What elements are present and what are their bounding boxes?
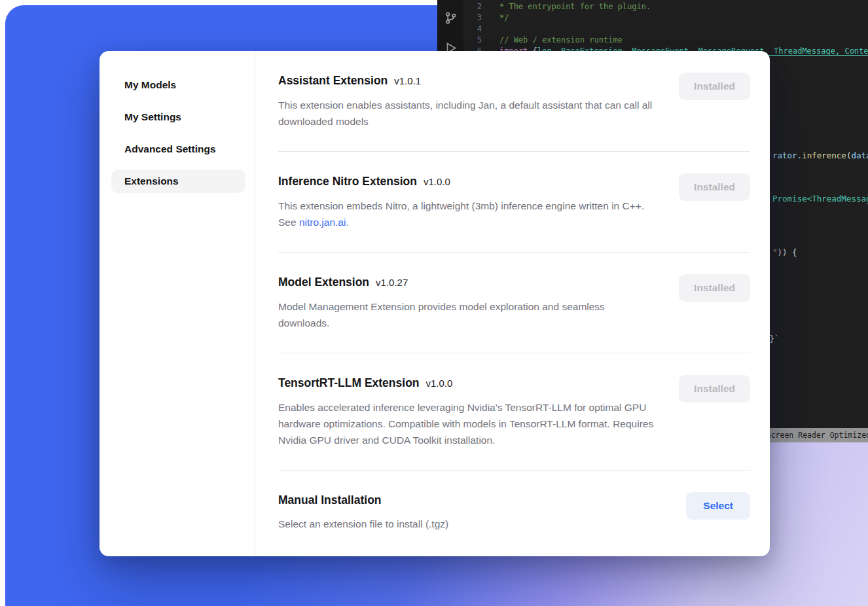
code-line: 5 // Web / extension runtime [463, 35, 868, 46]
code-lines: 2 * The entrypoint for the plugin. 3 */ … [463, 1, 868, 57]
select-button[interactable]: Select [686, 492, 750, 520]
nav-item-my-models[interactable]: My Models [111, 73, 245, 97]
installed-button[interactable]: Installed [679, 274, 750, 302]
extension-row-inference-nitro: Inference Nitro Extensionv1.0.0 This ext… [278, 152, 750, 252]
extension-version: v1.0.1 [394, 73, 421, 89]
nitro-jan-ai-link[interactable]: nitro.jan.ai [299, 217, 346, 228]
extension-title: Model Extension [278, 274, 369, 290]
extension-version: v1.0.0 [424, 174, 450, 190]
extension-version: v1.0.27 [376, 275, 408, 291]
code-fragment: rator.inference(data)); [772, 151, 868, 160]
settings-modal: My Models My Settings Advanced Settings … [99, 51, 770, 556]
code-comment: * The entrypoint for the plugin. [499, 1, 651, 12]
nav-item-advanced-settings[interactable]: Advanced Settings [111, 137, 245, 161]
extension-title: TensortRT-LLM Extension [278, 375, 420, 391]
line-number: 3 [463, 12, 482, 24]
code-line: 2 * The entrypoint for the plugin. [463, 1, 868, 12]
nav-item-my-settings[interactable]: My Settings [111, 105, 245, 129]
manual-installation-title: Manual Installation [278, 492, 382, 508]
git-branch-icon [444, 11, 458, 27]
extension-description: Model Management Extension provides mode… [278, 298, 657, 331]
code-comment: // Web / extension runtime [499, 35, 623, 46]
nav-item-extensions[interactable]: Extensions [111, 169, 245, 193]
code-line: 3 */ [463, 12, 868, 24]
extension-title: Inference Nitro Extension [278, 173, 417, 189]
extension-row-model: Model Extensionv1.0.27 Model Management … [278, 253, 750, 353]
extension-row-assistant: Assistant Extensionv1.0.1 This extension… [278, 51, 750, 151]
line-number: 2 [463, 1, 482, 12]
installed-button[interactable]: Installed [679, 173, 750, 201]
line-number: 5 [463, 35, 482, 46]
code-fragment: ")) { [772, 247, 797, 257]
code-fragment: Promise<ThreadMessage> [772, 194, 868, 204]
manual-installation-description: Select an extension file to install (.tg… [278, 516, 448, 532]
extension-description: Enables accelerated inference leveraging… [278, 399, 657, 448]
code-line: 4 [463, 24, 868, 35]
installed-button[interactable]: Installed [679, 73, 750, 100]
settings-nav: My Models My Settings Advanced Settings … [99, 51, 255, 556]
extension-version: v1.0.0 [426, 376, 453, 391]
manual-installation-row: Manual Installation Select an extension … [278, 471, 750, 554]
extension-description: This extension embeds Nitro, a lightweig… [278, 198, 657, 230]
screen-reader-chip: Screen Reader Optimized [759, 428, 868, 442]
extension-description: This extension enables assistants, inclu… [278, 97, 657, 130]
extension-row-tensorrt-llm: TensortRT-LLM Extensionv1.0.0 Enables ac… [278, 353, 750, 470]
extension-title: Assistant Extension [278, 73, 388, 88]
installed-button[interactable]: Installed [679, 375, 750, 402]
code-comment: */ [499, 12, 509, 24]
line-number: 4 [463, 24, 482, 35]
extensions-panel: Assistant Extensionv1.0.1 This extension… [255, 51, 770, 556]
